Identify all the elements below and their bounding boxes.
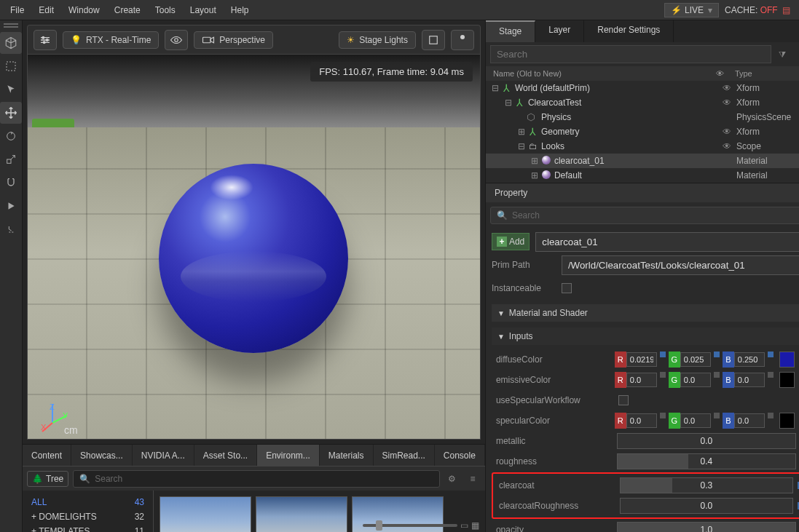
expand-toggle[interactable]: ⊟ bbox=[516, 141, 527, 151]
material-shader-section[interactable]: ▼ Material and Shader bbox=[492, 304, 799, 322]
tree-row[interactable]: ⊞clearcoat_01Material bbox=[486, 154, 799, 168]
thumbnail[interactable]: ▷ bbox=[160, 496, 251, 532]
tree-row[interactable]: ⊟🗀Looks👁Scope bbox=[486, 139, 799, 154]
specular-swatch[interactable] bbox=[779, 413, 795, 429]
tab-render-settings[interactable]: Render Settings bbox=[584, 20, 674, 42]
snap-tool[interactable] bbox=[0, 172, 22, 194]
list-icon[interactable]: ≡ bbox=[465, 471, 481, 487]
emissive-g[interactable] bbox=[680, 373, 711, 387]
rotate-tool[interactable] bbox=[0, 125, 22, 147]
filter-icon[interactable]: ⧩ bbox=[774, 47, 790, 63]
prim-path-field[interactable] bbox=[562, 255, 799, 275]
tree-row[interactable]: ⊟⅄World (defaultPrim)👁Xform bbox=[486, 81, 799, 95]
menu-window[interactable]: Window bbox=[61, 2, 107, 18]
menu-layout[interactable]: Layout bbox=[183, 2, 224, 18]
play-tool[interactable] bbox=[0, 195, 22, 217]
eye-icon[interactable]: 👁 bbox=[717, 83, 736, 93]
emissive-swatch[interactable] bbox=[779, 372, 795, 388]
clearcoat-slider[interactable]: 0.3 bbox=[620, 477, 793, 493]
eye-icon[interactable]: 👁 bbox=[716, 69, 735, 78]
visibility-icon[interactable] bbox=[165, 30, 188, 50]
category-all[interactable]: ALL43 bbox=[30, 495, 146, 509]
tab-showcases[interactable]: Showcas... bbox=[71, 445, 133, 466]
emissive-b[interactable] bbox=[734, 373, 765, 387]
scale-tool[interactable] bbox=[0, 148, 22, 170]
select-bounds-tool[interactable] bbox=[0, 55, 22, 77]
tab-layer[interactable]: Layer bbox=[535, 20, 584, 42]
camera-dropdown[interactable]: Perspective bbox=[194, 31, 273, 49]
menu-help[interactable]: Help bbox=[224, 2, 256, 18]
property-search[interactable]: 🔍 Search bbox=[490, 207, 799, 224]
category-domelights[interactable]: + DOMELIGHTS32 bbox=[30, 509, 146, 524]
diffuse-b[interactable] bbox=[734, 352, 765, 367]
live-button[interactable]: ⚡ LIVE ▾ bbox=[664, 3, 719, 17]
diffuse-r[interactable] bbox=[626, 352, 657, 367]
inputs-section[interactable]: ▼ Inputs bbox=[492, 327, 799, 345]
eye-icon[interactable]: 👁 bbox=[717, 127, 736, 137]
prim-name-field[interactable] bbox=[535, 232, 799, 252]
unit-label: cm bbox=[64, 424, 78, 436]
cube-tool[interactable] bbox=[0, 32, 22, 54]
browser-search[interactable]: 🔍 Search bbox=[73, 470, 440, 488]
metallic-slider[interactable]: 0.0 bbox=[617, 433, 796, 449]
simulate-tool[interactable] bbox=[0, 218, 22, 240]
tree-row[interactable]: ⊟⅄ClearcoatTest👁Xform bbox=[486, 95, 799, 110]
gear-icon[interactable]: ⚙ bbox=[444, 471, 460, 487]
expand-icon[interactable] bbox=[422, 30, 445, 50]
menu-create[interactable]: Create bbox=[107, 2, 148, 18]
tab-simready[interactable]: SimRead... bbox=[374, 445, 435, 466]
instanceable-checkbox[interactable] bbox=[562, 283, 572, 293]
tab-environments[interactable]: Environm... bbox=[257, 445, 320, 466]
category-templates[interactable]: + TEMPLATES11 bbox=[30, 524, 146, 532]
diffuse-g[interactable] bbox=[680, 352, 711, 367]
browser-thumbnails: ▷ ▷ ▷ ▭ ▦ bbox=[154, 491, 485, 532]
tab-nvidia[interactable]: NVIDIA A... bbox=[133, 445, 194, 466]
menu-file[interactable]: File bbox=[3, 2, 31, 18]
options-icon[interactable]: ≡ bbox=[793, 47, 799, 63]
roughness-slider[interactable]: 0.4 bbox=[617, 453, 796, 469]
menu-edit[interactable]: Edit bbox=[31, 2, 61, 18]
renderer-dropdown[interactable]: 💡 RTX - Real-Time bbox=[63, 31, 159, 49]
specular-b[interactable] bbox=[734, 413, 765, 428]
viewport[interactable]: FPS: 110.67, Frame time: 9.04 ms ZYX cm bbox=[27, 54, 481, 440]
drag-handle-icon[interactable] bbox=[4, 23, 18, 28]
stage-search-input[interactable] bbox=[490, 45, 771, 63]
tab-assetstore[interactable]: Asset Sto... bbox=[194, 445, 257, 466]
specular-r[interactable] bbox=[626, 413, 657, 428]
lights-dropdown[interactable]: ☀ Stage Lights bbox=[339, 31, 416, 49]
document-icon[interactable]: ▤ bbox=[782, 5, 790, 15]
expand-toggle[interactable]: ⊟ bbox=[503, 98, 513, 108]
specular-g[interactable] bbox=[680, 413, 711, 428]
grid-view-icon[interactable]: ▦ bbox=[471, 520, 479, 531]
eye-icon[interactable]: 👁 bbox=[717, 141, 736, 151]
expand-toggle[interactable]: ⊞ bbox=[530, 170, 540, 180]
tab-content[interactable]: Content bbox=[23, 445, 71, 466]
expand-toggle[interactable]: ⊞ bbox=[516, 127, 527, 137]
specular-workflow-checkbox[interactable] bbox=[618, 395, 629, 405]
opacity-slider[interactable]: 1.0 bbox=[617, 522, 796, 532]
specular-color-row: specularColor R G B bbox=[492, 410, 799, 431]
tab-materials[interactable]: Materials bbox=[320, 445, 374, 466]
single-view-icon[interactable]: ▭ bbox=[460, 520, 468, 531]
diffuse-swatch[interactable] bbox=[779, 352, 795, 368]
pointer-tool[interactable] bbox=[0, 79, 22, 100]
pin-icon[interactable] bbox=[451, 30, 474, 50]
move-tool[interactable] bbox=[0, 102, 22, 124]
expand-toggle[interactable]: ⊟ bbox=[490, 83, 500, 93]
emissive-r[interactable] bbox=[626, 373, 657, 387]
thumb-slider[interactable] bbox=[363, 524, 457, 527]
tree-row[interactable]: PhysicsPhysicsScene bbox=[486, 110, 799, 124]
clearcoat-roughness-slider[interactable]: 0.0 bbox=[620, 498, 793, 514]
tree-toggle[interactable]: 🌲 Tree bbox=[27, 471, 68, 487]
thumbnail[interactable]: ▷ bbox=[256, 496, 347, 532]
add-button[interactable]: +Add bbox=[492, 233, 530, 250]
tree-row[interactable]: ⊞DefaultMaterial bbox=[486, 168, 799, 183]
viewport-settings-icon[interactable] bbox=[34, 30, 57, 50]
expand-toggle[interactable]: ⊞ bbox=[530, 156, 540, 166]
eye-icon[interactable]: 👁 bbox=[717, 98, 736, 108]
tree-row[interactable]: ⊞⅄Geometry👁Xform bbox=[486, 124, 799, 139]
tab-console[interactable]: Console bbox=[435, 445, 485, 466]
stage-tree-header: Name (Old to New) 👁 Type bbox=[486, 66, 799, 81]
menu-tools[interactable]: Tools bbox=[148, 2, 183, 18]
tab-stage[interactable]: Stage bbox=[486, 20, 535, 42]
